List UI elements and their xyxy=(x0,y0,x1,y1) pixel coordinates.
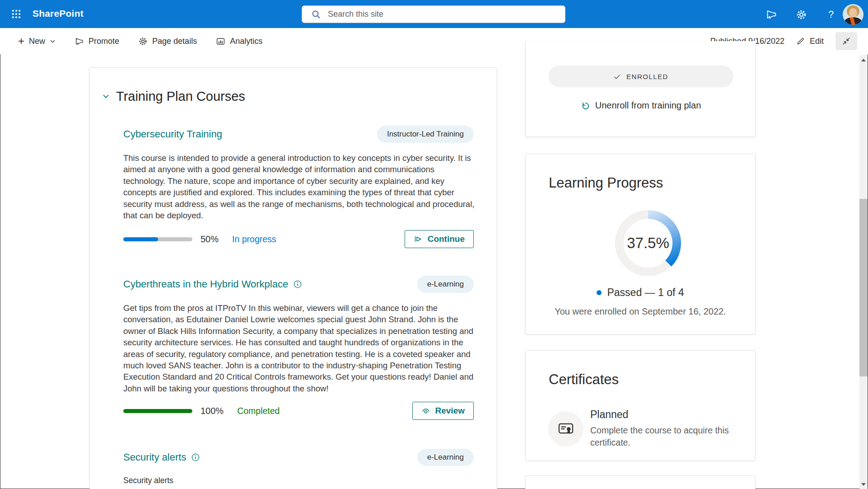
edit-button[interactable]: Edit xyxy=(796,37,824,46)
progress-bar xyxy=(123,409,192,413)
certificates-title: Certificates xyxy=(549,371,619,388)
review-button[interactable]: Review xyxy=(412,402,474,420)
pencil-icon xyxy=(796,37,805,46)
progress-bar xyxy=(123,237,192,241)
vertical-scrollbar[interactable] xyxy=(859,55,868,489)
chevron-down-icon xyxy=(50,38,56,44)
next-card-partial xyxy=(525,475,756,489)
legend-dot-icon xyxy=(597,290,602,295)
section-chevron-icon[interactable] xyxy=(102,93,110,100)
promote-megaphone-icon xyxy=(75,37,84,46)
avatar-body xyxy=(844,17,862,25)
enrollment-card: ENROLLED Unenroll from training plan xyxy=(525,41,756,137)
progress-donut-chart: 37.5% xyxy=(612,207,684,279)
site-search xyxy=(302,5,565,23)
new-button[interactable]: + New xyxy=(18,36,56,47)
course-description: This course is intended to provide a gen… xyxy=(123,152,475,221)
certificate-description: Complete the course to acquire this cert… xyxy=(590,424,739,449)
checkmark-icon xyxy=(613,73,621,80)
search-icon xyxy=(311,9,321,19)
analytics-button[interactable]: Analytics xyxy=(216,37,262,46)
page-details-label: Page details xyxy=(152,37,197,46)
training-plan-courses-card: Training Plan Courses Cybersecurity Trai… xyxy=(89,67,497,489)
promote-label: Promote xyxy=(89,37,119,46)
scrollbar-thumb[interactable] xyxy=(859,199,868,376)
analytics-label: Analytics xyxy=(230,37,262,46)
app-launcher-waffle-icon[interactable] xyxy=(11,9,22,19)
analytics-chart-icon xyxy=(216,37,225,46)
collapse-view-button[interactable] xyxy=(835,32,857,50)
scroll-down-button[interactable] xyxy=(859,480,868,488)
progress-legend: Passed — 1 of 4 xyxy=(526,287,755,299)
help-icon[interactable]: ? xyxy=(825,9,837,20)
enrolled-status-button[interactable]: ENROLLED xyxy=(548,66,733,87)
new-label: New xyxy=(29,37,45,46)
scroll-up-button[interactable] xyxy=(859,56,868,64)
learning-progress-title: Learning Progress xyxy=(549,175,663,191)
course-title-link[interactable]: Cybersecurity Training xyxy=(123,128,222,140)
course-description: Security alerts xyxy=(123,476,173,485)
continue-button[interactable]: Continue xyxy=(405,230,474,248)
undo-icon xyxy=(580,101,590,111)
certificate-name: Planned xyxy=(590,409,628,421)
progress-bar-fill xyxy=(123,409,192,413)
learning-progress-card: Learning Progress 37.5% Passed — 1 of 4 … xyxy=(525,154,756,334)
page-details-button[interactable]: Page details xyxy=(138,37,197,46)
continue-label: Continue xyxy=(428,234,465,244)
enrollment-note: You were enrolled on September 16, 2022. xyxy=(526,306,755,317)
collapse-arrows-icon xyxy=(842,37,851,46)
edit-label: Edit xyxy=(810,37,824,46)
promote-button[interactable]: Promote xyxy=(75,37,119,46)
scroll-down-arrow-icon xyxy=(861,483,866,486)
course-status: In progress xyxy=(232,234,276,244)
certificate-icon xyxy=(558,421,574,437)
page-details-gear-icon xyxy=(138,37,148,46)
user-avatar[interactable] xyxy=(843,4,863,25)
review-label: Review xyxy=(435,406,465,416)
course-status: Completed xyxy=(237,406,280,416)
progress-percent: 100% xyxy=(201,406,224,416)
info-icon[interactable] xyxy=(294,280,302,288)
avatar-face xyxy=(849,8,857,18)
unenroll-label: Unenroll from training plan xyxy=(595,100,701,111)
scroll-up-arrow-icon xyxy=(861,59,866,61)
certificates-card: Certificates Planned Complete the course… xyxy=(525,350,756,461)
suite-bar: SharePoint ? xyxy=(0,0,868,28)
app-title[interactable]: SharePoint xyxy=(33,8,84,19)
course-description: Get tips from the pros at ITProTV In thi… xyxy=(123,302,475,394)
course-type-badge: e-Learning xyxy=(417,449,474,466)
progress-percent-label: 37.5% xyxy=(612,207,684,279)
progress-percent: 50% xyxy=(201,234,219,244)
preview-eye-icon xyxy=(421,406,430,415)
progress-bar-fill xyxy=(123,237,158,241)
settings-gear-icon[interactable] xyxy=(795,9,807,20)
course-type-badge: e-Learning xyxy=(417,276,474,293)
search-input[interactable] xyxy=(328,9,559,19)
course-type-badge: Instructor-Led Training xyxy=(377,126,474,143)
course-title-link[interactable]: Security alerts xyxy=(123,451,186,463)
enrolled-label: ENROLLED xyxy=(626,73,668,80)
info-icon[interactable] xyxy=(191,453,200,461)
course-title-link[interactable]: Cyberthreats in the Hybrid Workplace xyxy=(123,278,288,290)
unenroll-link[interactable]: Unenroll from training plan xyxy=(526,100,755,111)
certificate-icon-circle xyxy=(548,411,583,447)
megaphone-icon[interactable] xyxy=(765,9,777,20)
legend-label: Passed — 1 of 4 xyxy=(607,287,684,299)
resume-play-icon xyxy=(414,235,423,244)
sharepoint-page: SharePoint ? xyxy=(0,0,868,489)
plus-icon: + xyxy=(18,36,24,47)
section-title: Training Plan Courses xyxy=(116,89,245,104)
